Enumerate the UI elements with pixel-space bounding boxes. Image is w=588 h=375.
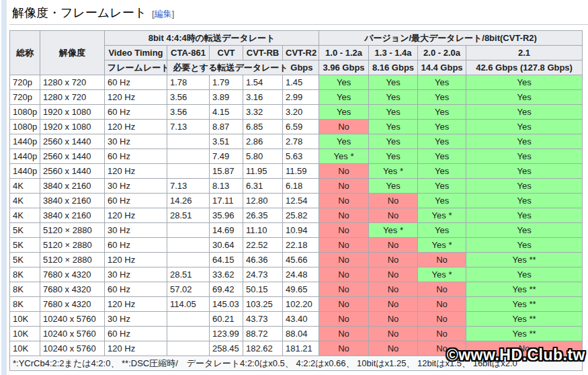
col-header-cvt-r2: CVT-R2 [283, 46, 319, 60]
support-cell: Yes [466, 223, 583, 238]
support-cell: Yes ** [466, 282, 583, 297]
rate-cell: 24.73 [243, 267, 283, 282]
section-heading: 解像度・フレームレート[編集] [9, 5, 588, 25]
resolution-cell: 10240 x 5760 [40, 312, 105, 327]
support-cell: Yes * [319, 149, 369, 164]
col-header-required-rate: 必要とする転送データレート Gbps [167, 60, 319, 75]
rate-cell: 43.73 [243, 312, 283, 327]
rate-cell: 50.15 [243, 282, 283, 297]
support-cell: Yes [466, 75, 583, 90]
rate-cell: 114.05 [167, 297, 210, 312]
rate-cell: 17.11 [210, 194, 243, 208]
support-cell: Yes [319, 75, 369, 90]
table-row: 1080p1920 x 1080120 Hz7.138.876.856.59No… [10, 120, 583, 134]
generic-name-cell: 4K [10, 179, 40, 194]
footnote-text: *:YCrCb4:2:2または4:2:0、 **:DSC圧縮時/ データレート4… [10, 356, 583, 371]
framerate-cell: 120 Hz [105, 208, 167, 223]
rate-cell: 3.51 [210, 134, 243, 149]
generic-name-cell: 1440p [10, 149, 40, 164]
generic-name-cell: 1080p [10, 120, 40, 134]
rate-cell [167, 164, 210, 179]
col-header-resolution: 解像度 [40, 31, 105, 75]
table-row: 720p1280 x 720120 Hz3.563.893.162.99YesY… [10, 90, 583, 105]
rate-cell: 64.15 [210, 253, 243, 267]
rate-cell [167, 253, 210, 267]
col-header-v1.0-1.2a: 1.0 - 1.2a [319, 46, 369, 60]
support-cell: Yes [418, 105, 466, 120]
support-cell: Yes [466, 238, 583, 253]
col-header-cta861: CTA-861 [167, 46, 210, 60]
framerate-cell: 30 Hz [105, 267, 167, 282]
support-cell: No [319, 208, 369, 223]
rate-cell: 1.45 [283, 75, 319, 90]
table-row: 4K3840 x 2160120 Hz28.5135.9626.3525.82N… [10, 208, 583, 223]
resolution-cell: 1920 x 1080 [40, 105, 105, 120]
page-left-margin-strip [1, 0, 7, 375]
generic-name-cell: 5K [10, 223, 40, 238]
support-cell: Yes [466, 164, 583, 179]
support-cell: No [369, 267, 418, 282]
support-cell: Yes [418, 120, 466, 134]
support-cell: Yes [418, 149, 466, 164]
support-cell: No [418, 327, 466, 341]
content-area: 解像度・フレームレート[編集] 総称 解像度 8bit 4:4:4時の転送データ… [9, 0, 588, 371]
support-cell: Yes [319, 90, 369, 105]
col-header-rate-v1.3: 8.16 Gbps [369, 60, 418, 75]
rate-cell: 46.36 [243, 253, 283, 267]
resolution-cell: 10240 x 5760 [40, 327, 105, 341]
framerate-cell: 60 Hz [105, 238, 167, 253]
generic-name-cell: 10K [10, 312, 40, 327]
table-row: 5K5120 × 288060 Hz30.6422.5222.18NoNoYes… [10, 238, 583, 253]
rate-cell: 2.86 [243, 134, 283, 149]
rate-cell: 182.62 [243, 341, 283, 356]
rate-cell: 12.54 [283, 194, 319, 208]
rate-cell [167, 223, 210, 238]
rate-cell: 2.99 [283, 90, 319, 105]
support-cell: No [369, 327, 418, 341]
rate-cell: 12.80 [243, 194, 283, 208]
support-cell: No [319, 194, 369, 208]
support-cell: Yes [369, 149, 418, 164]
rate-cell: 22.18 [283, 238, 319, 253]
support-cell: Yes [466, 90, 583, 105]
col-header-rate-v2.0: 14.4 Gbps [418, 60, 466, 75]
support-cell: Yes [466, 149, 583, 164]
framerate-cell: 60 Hz [105, 327, 167, 341]
rate-cell: 69.42 [210, 282, 243, 297]
table-row: 10K10240 x 576060 Hz123.9988.7288.04NoNo… [10, 327, 583, 341]
edit-link[interactable]: 編集 [155, 9, 172, 19]
resolution-cell: 7680 x 4320 [40, 267, 105, 282]
footnote-row: *:YCrCb4:2:2または4:2:0、 **:DSC圧縮時/ データレート4… [10, 356, 583, 371]
rate-cell: 5.63 [283, 149, 319, 164]
table-body: 720p1280 x 72060 Hz1.781.791.541.45YesYe… [10, 75, 583, 356]
support-cell: Yes [369, 75, 418, 90]
support-cell: No [319, 253, 369, 267]
framerate-cell: 120 Hz [105, 253, 167, 267]
rate-cell: 6.85 [243, 120, 283, 134]
rate-cell: 145.03 [210, 297, 243, 312]
generic-name-cell: 720p [10, 75, 40, 90]
framerate-cell: 120 Hz [105, 90, 167, 105]
framerate-cell: 60 Hz [105, 75, 167, 90]
rate-cell: 1.79 [210, 75, 243, 90]
support-cell: No [369, 312, 418, 327]
table-row: 1440p2560 x 1440120 Hz15.8711.9511.59NoY… [10, 164, 583, 179]
rate-cell: 7.13 [167, 179, 210, 194]
framerate-cell: 120 Hz [105, 341, 167, 356]
support-cell: Yes [418, 164, 466, 179]
rate-cell: 45.66 [283, 253, 319, 267]
framerate-cell: 120 Hz [105, 164, 167, 179]
support-cell: No [319, 267, 369, 282]
framerate-cell: 30 Hz [105, 179, 167, 194]
table-row: 4K3840 x 216030 Hz7.138.136.316.18NoYesY… [10, 179, 583, 194]
rate-cell: 102.20 [283, 297, 319, 312]
rate-cell: 25.82 [283, 208, 319, 223]
support-cell: Yes [466, 120, 583, 134]
support-cell: No [418, 341, 466, 356]
support-cell: No [319, 312, 369, 327]
rate-cell: 7.13 [167, 120, 210, 134]
resolution-cell: 3840 x 2160 [40, 194, 105, 208]
generic-name-cell: 8K [10, 267, 40, 282]
support-cell: Yes [369, 134, 418, 149]
col-header-v2.0-2.0a: 2.0 - 2.0a [418, 46, 466, 60]
